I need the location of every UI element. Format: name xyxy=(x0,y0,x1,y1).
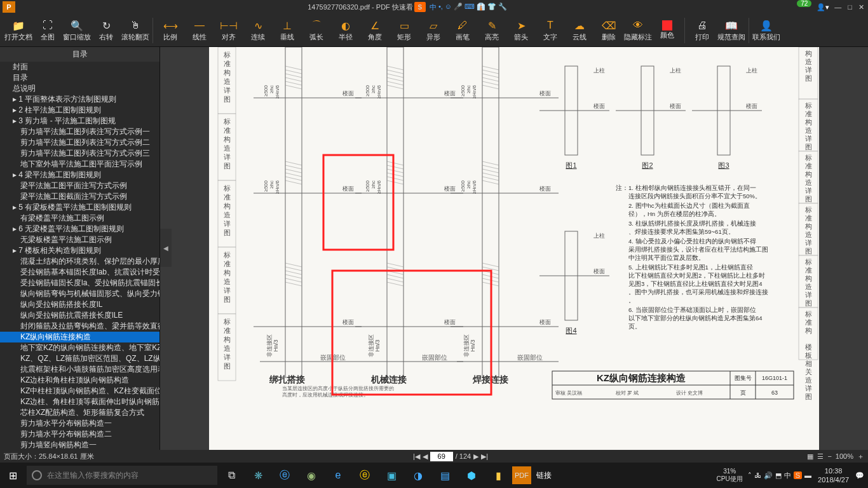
task-view-button[interactable]: ⧉ xyxy=(219,463,244,488)
print-button[interactable]: 🖨打印 xyxy=(688,15,717,46)
angle-button[interactable]: ∠角度 xyxy=(360,15,390,46)
rotate-right-button[interactable]: ↻右转 xyxy=(92,15,121,46)
outline-item[interactable]: KZ、QZ、LZ箍筋加密区范围、QZ、LZ纵向钢 xyxy=(0,353,159,364)
tray-network-icon[interactable]: 🖧 xyxy=(754,471,761,479)
outline-item[interactable]: 剪力墙水平分布钢筋构造二 xyxy=(0,429,159,440)
notification-badge[interactable]: 72 xyxy=(797,0,811,7)
outline-item[interactable]: 受拉钢筋锚固长度la、受拉钢筋抗震锚固长 xyxy=(0,278,159,288)
taskbar-app-1[interactable]: ❋ xyxy=(245,463,271,488)
prev-page-button[interactable]: ◀ xyxy=(423,452,428,461)
pen-button[interactable]: 🖊画笔 xyxy=(448,15,477,46)
tray-ime-icon[interactable]: 中 xyxy=(784,471,791,480)
text-button[interactable]: T文字 xyxy=(536,15,565,46)
outline-item[interactable]: 剪力墙平法施工图列表注写方式示例一 xyxy=(0,126,159,137)
radius-button[interactable]: ◐半径 xyxy=(331,15,360,46)
taskbar-edge[interactable]: e xyxy=(325,463,351,488)
user-icon[interactable]: 👤▾ xyxy=(817,3,829,11)
outline-item[interactable]: 梁平法施工图平面注写方式示例 xyxy=(0,180,159,191)
outline-item[interactable]: 地下室外墙平法施工图平面注写示例 xyxy=(0,159,159,170)
align-button[interactable]: ⊢⊣对齐 xyxy=(214,15,243,46)
sogou-ime-icon[interactable]: S xyxy=(414,2,426,12)
tray-block-icon[interactable]: ▬ xyxy=(804,471,811,479)
taskbar-link-label[interactable]: 链接 xyxy=(536,470,552,481)
arc-button[interactable]: ⌒弧长 xyxy=(302,15,331,46)
outline-item[interactable]: 剪力墙水平分布钢筋构造一 xyxy=(0,418,159,429)
taskbar-clock[interactable]: 10:382018/4/27 xyxy=(814,466,853,484)
action-center-icon[interactable]: 💬 xyxy=(855,471,864,480)
outline-item[interactable]: KZ纵向钢筋连接构造 xyxy=(0,332,159,342)
outline-item[interactable]: 封面 xyxy=(0,62,159,72)
outline-item[interactable]: ▸ 6 无梁楼盖平法施工图制图规则 xyxy=(0,224,159,234)
tray-chevron-up-icon[interactable]: ˄ xyxy=(748,471,752,480)
maximize-button[interactable]: □ xyxy=(848,3,852,11)
tray-icon-1[interactable]: ⬒ xyxy=(775,471,782,480)
last-page-button[interactable]: ▶| xyxy=(481,452,488,461)
zoom-out-button[interactable]: − xyxy=(827,452,831,460)
taskbar-app-4[interactable]: ◑ xyxy=(405,463,431,488)
view-mode-1-icon[interactable]: ▦ xyxy=(807,452,813,461)
outline-item[interactable]: 地下室KZ的纵向钢筋连接构造、地下室KZ的 xyxy=(0,342,159,353)
taskbar-app-2[interactable]: ◉ xyxy=(299,463,324,488)
spec-lookup-button[interactable]: 📖规范查阅 xyxy=(717,15,746,46)
outline-item[interactable]: ▸ 5 有梁板楼盖平法施工图制图规则 xyxy=(0,202,159,213)
outline-item[interactable]: ▸ 7 楼板相关构造制图规则 xyxy=(0,245,159,256)
taskbar-app-3[interactable]: ▣ xyxy=(379,463,404,488)
taskbar-app-6[interactable]: ⬢ xyxy=(459,463,484,488)
outline-item[interactable]: ▸ 1 平面整体表示方法制图规则 xyxy=(0,94,159,105)
zoom-in-button[interactable]: ＋ xyxy=(857,452,864,461)
contact-button[interactable]: 👤联系我们 xyxy=(752,15,781,46)
outline-item[interactable]: 混凝土结构的环境类别、保护层的最小厚度 xyxy=(0,256,159,267)
outline-item[interactable]: KZ边柱、角柱柱顶等截面伸出时纵向钢筋构 xyxy=(0,396,159,407)
taskbar-pdf[interactable]: PDF xyxy=(512,466,531,484)
taskbar-ie2[interactable]: ⓔ xyxy=(352,463,377,488)
start-button[interactable]: ⊞ xyxy=(0,463,25,488)
outline-item[interactable]: 纵向受拉钢筋抗震搭接长度lLE xyxy=(0,310,159,321)
full-view-button[interactable]: ⛶全图 xyxy=(33,15,62,46)
outline-item[interactable]: 剪力墙平法施工图列表注写方式示例二 xyxy=(0,137,159,148)
outline-item[interactable]: KZ中柱柱顶纵向钢筋构造、KZ柱变截面位置 xyxy=(0,386,159,396)
shape-button[interactable]: ▱异形 xyxy=(419,15,448,46)
minimize-button[interactable]: — xyxy=(834,3,841,11)
first-page-button[interactable]: |◀ xyxy=(413,452,420,461)
taskbar-ie[interactable]: ⓔ xyxy=(272,463,297,488)
view-mode-2-icon[interactable]: ☰ xyxy=(817,452,824,461)
outline-item[interactable]: 抗震框架柱和小墙肢箍筋加密区高度选用表 xyxy=(0,364,159,375)
outline-item[interactable]: 总说明 xyxy=(0,83,159,94)
taskbar-app-7[interactable]: ▮ xyxy=(485,463,511,488)
outline-item[interactable]: 芯柱XZ配筋构造、矩形箍筋复合方式 xyxy=(0,407,159,418)
outline-item[interactable]: 剪力墙竖向钢筋构造一 xyxy=(0,440,159,450)
outline-item[interactable]: ▸ 2 柱平法施工图制图规则 xyxy=(0,105,159,116)
continuous-button[interactable]: ∿连续 xyxy=(243,15,273,46)
outline-item[interactable]: ▸ 4 梁平法施工图制图规则 xyxy=(0,170,159,180)
collapse-sidebar-button[interactable]: ◀ xyxy=(160,229,172,267)
scroll-page-button[interactable]: 🖱滚轮翻页 xyxy=(121,15,150,46)
cortana-search[interactable]: 在这里输入你要搜索的内容 xyxy=(27,466,217,485)
outline-sidebar[interactable]: 目录 封面目录总说明▸ 1 平面整体表示方法制图规则▸ 2 柱平法施工图制图规则… xyxy=(0,47,160,450)
rect-button[interactable]: ▭矩形 xyxy=(390,15,419,46)
taskbar-app-5[interactable]: ▤ xyxy=(432,463,458,488)
arrow-button[interactable]: ➤箭头 xyxy=(506,15,536,46)
outline-item[interactable]: 有梁楼盖平法施工图示例 xyxy=(0,213,159,224)
outline-item[interactable]: 梁平法施工图截面注写方式示例 xyxy=(0,191,159,202)
hide-annot-button[interactable]: 👁隐藏标注 xyxy=(623,15,653,46)
outline-item[interactable]: ▸ 3 剪力墙 - 平法施工图制图规 xyxy=(0,116,159,126)
outline-item[interactable]: KZ边柱和角柱柱顶纵向钢筋构造 xyxy=(0,375,159,386)
zoom-window-button[interactable]: 🔍窗口缩放 xyxy=(62,15,92,46)
outline-item[interactable]: 封闭箍筋及拉筋弯钩构造、梁并筋等效直径 xyxy=(0,321,159,332)
color-button[interactable]: 颜色 xyxy=(653,15,682,46)
linear-button[interactable]: —线性 xyxy=(185,15,214,46)
outline-item[interactable]: 目录 xyxy=(0,72,159,83)
open-file-button[interactable]: 📁打开文档 xyxy=(4,15,33,46)
highlight-button[interactable]: ✎高亮 xyxy=(477,15,506,46)
outline-item[interactable]: 受拉钢筋基本锚固长度lab、抗震设计时受 xyxy=(0,267,159,278)
close-button[interactable]: ✕ xyxy=(858,3,864,11)
scale-button[interactable]: ⟷比例 xyxy=(156,15,185,46)
perpendicular-button[interactable]: ⊥垂线 xyxy=(273,15,302,46)
next-page-button[interactable]: ▶ xyxy=(473,452,478,461)
document-viewport[interactable]: 构造详图标准构造详图 柱标准构造详图 剪力墙标准构造详图 梁标准构造详图 板标准… xyxy=(160,47,868,450)
delete-button[interactable]: ⌫删除 xyxy=(594,15,623,46)
cpu-meter[interactable]: 31%CPU使用 xyxy=(714,468,745,483)
outline-item[interactable]: 纵向钢筋弯钩与机械锚固形式、纵向受力钢 xyxy=(0,288,159,299)
outline-item[interactable]: 剪力墙平法施工图列表注写方式示例三 xyxy=(0,148,159,159)
tray-sogou-icon[interactable]: S xyxy=(794,471,802,479)
